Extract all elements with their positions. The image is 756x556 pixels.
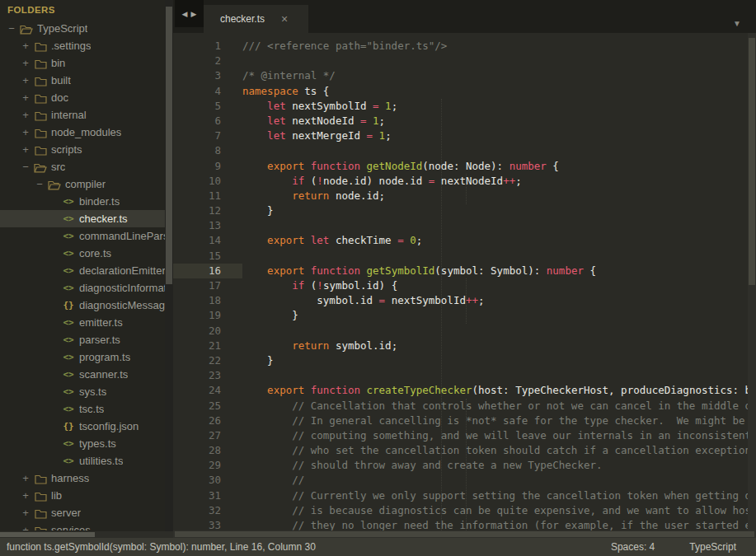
code-line-27[interactable]: 27 // computing something, and we will l… xyxy=(173,428,756,443)
file-item-tsc.ts[interactable]: <>tsc.ts xyxy=(0,400,165,418)
code-line-11[interactable]: 11 return node.id; xyxy=(173,189,756,203)
file-item-checker.ts[interactable]: <>checker.ts xyxy=(0,210,165,227)
code-line-23[interactable]: 23 xyxy=(173,368,756,383)
code-line-28[interactable]: 28 // who set the cancellation token sho… xyxy=(173,443,756,458)
folder-item-internal[interactable]: +internal xyxy=(0,106,165,124)
folder-item-built[interactable]: +built xyxy=(0,72,165,89)
expand-icon[interactable]: + xyxy=(19,72,32,89)
editor-horizontal-scrollbar[interactable] xyxy=(173,530,756,538)
code-line-25[interactable]: 25 // Cancellation that controls whether… xyxy=(173,399,756,413)
editor-hscroll-thumb[interactable] xyxy=(175,531,754,537)
file-item-declarationEmitter.ts[interactable]: <>declarationEmitter.ts xyxy=(0,262,165,279)
code-line-14[interactable]: 14 export let checkTime = 0; xyxy=(173,233,756,248)
folder-item-scripts[interactable]: +scripts xyxy=(0,141,165,158)
collapse-icon[interactable]: − xyxy=(5,20,18,37)
code-line-7[interactable]: 7 let nextMergeId = 1; xyxy=(173,128,756,143)
expand-icon[interactable]: + xyxy=(19,89,32,106)
tab-nav-back-icon[interactable]: ◀ xyxy=(182,10,188,18)
file-item-utilities.ts[interactable]: <>utilities.ts xyxy=(0,452,165,470)
collapse-icon[interactable]: − xyxy=(33,175,46,193)
code-line-26[interactable]: 26 // In general cancelling is *not* saf… xyxy=(173,413,756,428)
code-line-8[interactable]: 8 xyxy=(173,143,756,158)
expand-icon[interactable]: + xyxy=(19,487,32,504)
line-text: return node.id; xyxy=(242,189,385,203)
code-line-9[interactable]: 9 export function getNodeId(node: Node):… xyxy=(173,159,756,174)
file-item-types.ts[interactable]: <>types.ts xyxy=(0,435,165,452)
tab-close-icon[interactable]: × xyxy=(281,13,288,25)
file-item-parser.ts[interactable]: <>parser.ts xyxy=(0,331,165,348)
code-line-20[interactable]: 20 xyxy=(173,324,756,339)
status-syntax-mode[interactable]: TypeScript xyxy=(689,541,736,553)
code-line-4[interactable]: 4namespace ts { xyxy=(173,84,756,99)
file-item-core.ts[interactable]: <>core.ts xyxy=(0,245,165,262)
expand-icon[interactable]: + xyxy=(19,504,32,521)
folder-item-services[interactable]: +services xyxy=(0,521,165,530)
code-line-13[interactable]: 13 xyxy=(173,218,756,233)
folder-item-node_modules[interactable]: +node_modules xyxy=(0,124,165,141)
code-line-32[interactable]: 32 // is because diagnostics can be quit… xyxy=(173,503,756,518)
code-line-29[interactable]: 29 // should throw away and create a new… xyxy=(173,458,756,473)
sidebar-hscroll-thumb[interactable] xyxy=(0,532,95,537)
collapse-icon[interactable]: − xyxy=(19,158,32,175)
code-line-10[interactable]: 10 if (!node.id) node.id = nextNodeId++; xyxy=(173,174,756,189)
expand-icon[interactable]: + xyxy=(19,37,32,54)
code-line-33[interactable]: 33 // they no longer need the informatio… xyxy=(173,518,756,530)
file-item-binder.ts[interactable]: <>binder.ts xyxy=(0,193,165,210)
folder-item-.settings[interactable]: +.settings xyxy=(0,37,165,54)
code-line-2[interactable]: 2 xyxy=(173,54,756,68)
code-line-1[interactable]: 1/// <reference path="binder.ts"/> xyxy=(173,39,756,54)
sidebar-vscroll-thumb[interactable] xyxy=(166,7,172,284)
file-item-scanner.ts[interactable]: <>scanner.ts xyxy=(0,366,165,383)
code-line-22[interactable]: 22 } xyxy=(173,353,756,368)
editor-vertical-scrollbar[interactable] xyxy=(748,33,756,530)
tab-checker-ts[interactable]: checker.ts × xyxy=(204,5,308,33)
editor-vscroll-thumb[interactable] xyxy=(749,38,755,285)
code-editor[interactable]: 1/// <reference path="binder.ts"/>23/* @… xyxy=(173,33,756,530)
expand-icon[interactable]: + xyxy=(19,521,32,530)
file-item-emitter.ts[interactable]: <>emitter.ts xyxy=(0,314,165,331)
code-line-31[interactable]: 31 // Currently we only support setting … xyxy=(173,488,756,503)
code-line-19[interactable]: 19 } xyxy=(173,308,756,323)
folder-item-TypeScript[interactable]: −TypeScript xyxy=(0,20,165,37)
file-item-diagnosticInformationMap.generated.ts[interactable]: <>diagnosticInformationMap.generated.ts xyxy=(0,279,165,297)
folder-item-src[interactable]: −src xyxy=(0,158,165,175)
code-line-21[interactable]: 21 return symbol.id; xyxy=(173,339,756,353)
code-line-24[interactable]: 24 export function createTypeChecker(hos… xyxy=(173,383,756,398)
expand-icon[interactable]: + xyxy=(19,124,32,141)
folder-item-harness[interactable]: +harness xyxy=(0,470,165,487)
folder-item-lib[interactable]: +lib xyxy=(0,487,165,504)
sidebar-horizontal-scrollbar[interactable] xyxy=(0,531,173,538)
folders-header: FOLDERS xyxy=(7,5,55,15)
folder-item-compiler[interactable]: −compiler xyxy=(0,175,165,193)
code-line-5[interactable]: 5 let nextSymbolId = 1; xyxy=(173,99,756,114)
file-item-program.ts[interactable]: <>program.ts xyxy=(0,348,165,366)
code-line-17[interactable]: 17 if (!symbol.id) { xyxy=(173,278,756,293)
expand-icon[interactable]: + xyxy=(19,141,32,158)
code-line-15[interactable]: 15 xyxy=(173,249,756,264)
folder-closed-icon xyxy=(32,521,49,530)
folder-item-doc[interactable]: +doc xyxy=(0,89,165,106)
folder-item-server[interactable]: +server xyxy=(0,504,165,521)
line-text: // xyxy=(242,473,304,488)
tab-nav-forward-icon[interactable]: ▶ xyxy=(191,10,197,18)
code-line-16[interactable]: 16 export function getSymbolId(symbol: S… xyxy=(173,264,756,278)
code-line-30[interactable]: 30 // xyxy=(173,473,756,488)
file-item-sys.ts[interactable]: <>sys.ts xyxy=(0,383,165,400)
file-item-tsconfig.json[interactable]: {}tsconfig.json xyxy=(0,418,165,435)
line-text: } xyxy=(242,308,298,323)
sidebar-vertical-scrollbar[interactable] xyxy=(165,0,173,531)
folder-item-bin[interactable]: +bin xyxy=(0,54,165,72)
expand-icon[interactable]: + xyxy=(19,54,32,72)
tab-overflow-icon[interactable]: ▼ xyxy=(733,19,741,28)
code-line-12[interactable]: 12 } xyxy=(173,203,756,218)
expand-icon[interactable]: + xyxy=(19,106,32,124)
line-number: 7 xyxy=(173,128,242,143)
file-item-diagnosticMessages.json[interactable]: {}diagnosticMessages.json xyxy=(0,297,165,314)
code-line-18[interactable]: 18 symbol.id = nextSymbolId++; xyxy=(173,293,756,308)
file-item-commandLineParser.ts[interactable]: <>commandLineParser.ts xyxy=(0,227,165,245)
code-line-3[interactable]: 3/* @internal */ xyxy=(173,68,756,83)
expand-icon[interactable]: + xyxy=(19,470,32,487)
status-indent-setting[interactable]: Spaces: 4 xyxy=(611,541,655,553)
code-line-6[interactable]: 6 let nextNodeId = 1; xyxy=(173,114,756,128)
line-text: if (!symbol.id) { xyxy=(242,278,397,293)
